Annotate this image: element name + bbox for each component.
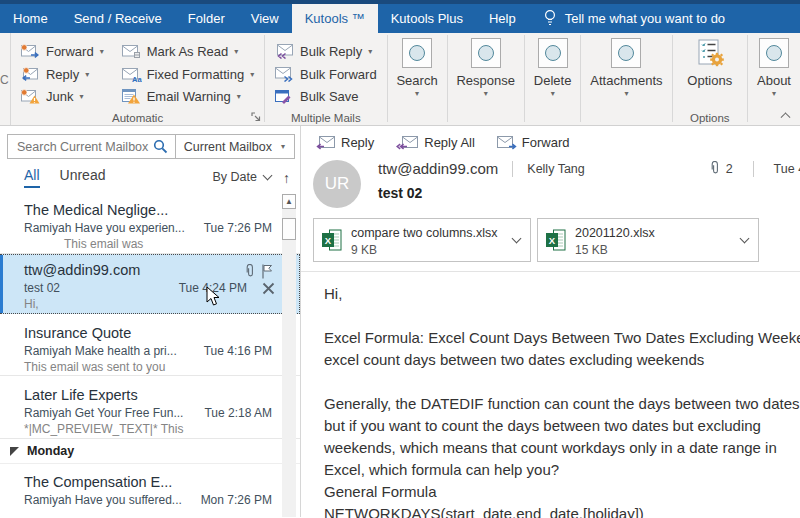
scrollbar-thumb[interactable]: [282, 218, 296, 240]
forward-icon: [497, 136, 517, 150]
forward-button[interactable]: Forward ▾: [17, 41, 108, 62]
attachment-menu-chevron-icon[interactable]: [740, 234, 750, 244]
response-dropdown-arrow[interactable]: ▾: [484, 89, 488, 98]
mark-as-read-label: Mark As Read: [147, 44, 229, 59]
tab-view[interactable]: View: [238, 4, 292, 33]
mail-item[interactable]: Later Life Experts Ramiyah Get Your Free…: [0, 376, 300, 438]
mail-subject: Later Life Experts: [24, 386, 272, 405]
reading-pane: Reply Reply All Forwar: [301, 126, 800, 517]
body-line: Hi,: [324, 283, 800, 305]
search-input[interactable]: [8, 140, 153, 154]
mail-sender-snippet: Ramiyah Have you experien...: [24, 220, 185, 236]
sort-direction-icon[interactable]: ↑: [283, 170, 290, 188]
about-label: About: [757, 73, 791, 88]
bulk-reply-button[interactable]: Bulk Reply ▾: [271, 41, 381, 62]
dialog-launcher-icon[interactable]: [251, 112, 261, 122]
tab-kutools-plus[interactable]: Kutools Plus: [378, 4, 476, 33]
reply-icon: [316, 136, 336, 150]
mail-subject: ttw@addin99.com: [24, 261, 271, 280]
forward-action[interactable]: Forward: [497, 135, 570, 150]
mark-as-read-button[interactable]: Mark As Read ▾: [118, 41, 259, 62]
mail-subject: Insurance Quote: [24, 324, 272, 343]
mail-sender-snippet: test 02: [24, 280, 60, 296]
fixed-formatting-label: Fixed Formatting: [147, 67, 245, 82]
mail-item-selected[interactable]: ttw@addin99.com test 02 Tue 4:24 PM: [0, 254, 300, 314]
paperclip-icon: [245, 264, 255, 279]
reply-all-action-label: Reply All: [424, 135, 475, 150]
attachment-size: 15 KB: [575, 243, 655, 257]
response-button[interactable]: Response ▾: [447, 33, 524, 125]
recipient-name[interactable]: Kelly Tang: [527, 162, 584, 176]
ribbon-tab-bar: Home Send / Receive Folder View Kutools …: [0, 4, 800, 33]
fixed-formatting-button[interactable]: Aa Fixed Formatting ▾: [118, 64, 259, 85]
tell-me-box[interactable]: Tell me what you want to do: [543, 4, 725, 33]
junk-dropdown-arrow[interactable]: ▾: [79, 92, 83, 101]
date-group-header[interactable]: Monday: [0, 438, 300, 464]
scroll-up-icon[interactable]: ▲: [282, 194, 296, 209]
tab-kutools[interactable]: Kutools ™: [292, 4, 378, 33]
junk-button[interactable]: Junk ▾: [17, 86, 108, 107]
bulk-save-icon: [275, 89, 295, 104]
sort-by-dropdown[interactable]: By Date: [213, 170, 271, 188]
tab-send-receive[interactable]: Send / Receive: [61, 4, 175, 33]
search-icon[interactable]: [153, 139, 168, 154]
outlook-window: Home Send / Receive Folder View Kutools …: [0, 0, 800, 518]
bulk-save-button[interactable]: Bulk Save: [271, 86, 381, 107]
attachments-button[interactable]: Attachments ▾: [581, 33, 671, 125]
sender-address[interactable]: ttw@addin99.com: [378, 160, 498, 177]
search-button[interactable]: Search ▾: [387, 33, 446, 125]
mail-item[interactable]: The Compensation E... Ramiyah Have you s…: [0, 464, 300, 510]
email-warning-button[interactable]: Email Warning ▾: [118, 86, 259, 107]
delete-label: Delete: [534, 73, 572, 88]
options-button[interactable]: Options: [678, 38, 741, 107]
reply-action-label: Reply: [341, 135, 374, 150]
avatar[interactable]: UR: [313, 160, 361, 208]
mailbox-scope-dropdown[interactable]: Current Mailbox ▾: [176, 140, 294, 154]
filter-tab-all[interactable]: All: [24, 167, 40, 188]
bulk-reply-dropdown-arrow[interactable]: ▾: [368, 47, 372, 56]
about-button[interactable]: About ▾: [748, 33, 800, 125]
gear-icon: [710, 53, 724, 66]
search-box: Current Mailbox ▾: [7, 134, 295, 159]
list-filter-bar: All Unread By Date ↑: [0, 159, 300, 194]
delete-mail-icon[interactable]: [262, 282, 275, 295]
email-warning-dropdown-arrow[interactable]: ▾: [237, 92, 241, 101]
attachments-dropdown-arrow[interactable]: ▾: [624, 89, 628, 98]
tab-help[interactable]: Help: [476, 4, 529, 33]
tab-folder[interactable]: Folder: [175, 4, 238, 33]
reply-action[interactable]: Reply: [316, 135, 374, 150]
bulk-forward-button[interactable]: Bulk Forward: [271, 64, 381, 85]
delete-button[interactable]: Delete ▾: [525, 33, 581, 125]
about-dropdown-arrow[interactable]: ▾: [772, 89, 776, 98]
fixed-formatting-icon: Aa: [122, 67, 142, 82]
mail-list-scrollbar[interactable]: ▲: [282, 194, 296, 517]
filter-tab-unread[interactable]: Unread: [60, 167, 106, 188]
mail-item[interactable]: Insurance Quote Ramiyah Make health a pr…: [0, 314, 300, 376]
flag-icon[interactable]: [262, 264, 273, 279]
forward-dropdown-arrow[interactable]: ▾: [100, 47, 104, 56]
search-dropdown-arrow[interactable]: ▾: [415, 89, 419, 98]
mail-preview: Hi,: [24, 296, 271, 312]
auto-junk-icon: [21, 89, 41, 104]
mail-item[interactable]: The Medical Neglige... Ramiyah Have you …: [0, 194, 300, 254]
reply-button[interactable]: Reply ▾: [17, 64, 108, 85]
collapse-ribbon-icon[interactable]: [782, 111, 791, 120]
attachment-menu-chevron-icon[interactable]: [512, 234, 522, 244]
mark-as-read-dropdown-arrow[interactable]: ▾: [234, 47, 238, 56]
body-line: excel count days between two dates exclu…: [324, 349, 800, 371]
auto-reply-icon: [21, 67, 41, 82]
mail-subject: The Compensation E...: [24, 473, 272, 492]
tab-home[interactable]: Home: [0, 4, 61, 33]
reply-all-action[interactable]: Reply All: [396, 135, 475, 150]
fixed-formatting-dropdown-arrow[interactable]: ▾: [250, 70, 254, 79]
mail-time: Tue 7:26 PM: [204, 220, 272, 236]
delete-dropdown-arrow[interactable]: ▾: [551, 89, 555, 98]
avatar-initials: UR: [325, 174, 350, 194]
mail-list: The Medical Neglige... Ramiyah Have you …: [0, 194, 300, 517]
excel-file-icon: X: [322, 229, 342, 251]
attachment-chip[interactable]: X compare two columns.xlsx 9 KB: [313, 218, 531, 262]
body-line: NETWORKDAYS(start_date,end_date,[holiday…: [324, 503, 800, 518]
reply-dropdown-arrow[interactable]: ▾: [85, 70, 89, 79]
svg-text:X: X: [325, 235, 332, 246]
attachment-chip[interactable]: X 20201120.xlsx 15 KB: [537, 218, 759, 262]
